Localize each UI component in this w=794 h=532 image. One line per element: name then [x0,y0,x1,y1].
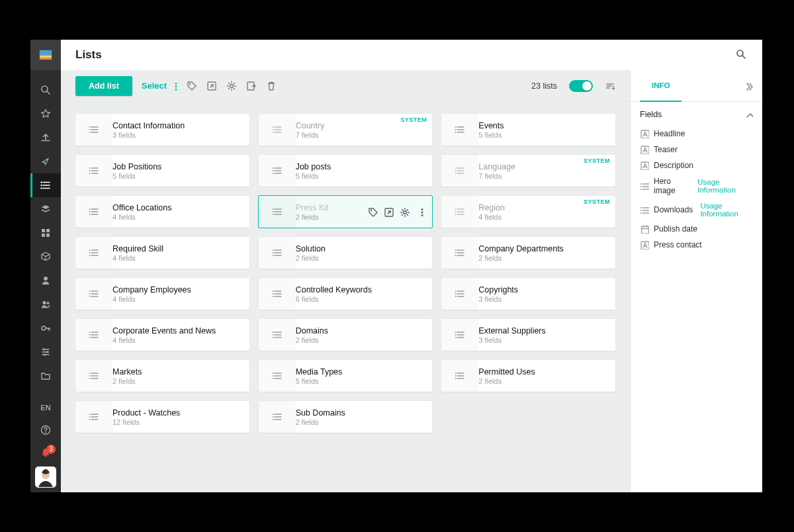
field-label: Headline [654,129,685,138]
nav-layers[interactable] [30,197,61,221]
tab-info[interactable]: INFO [640,70,682,102]
nav-settings[interactable] [30,340,61,364]
view-toggle[interactable] [569,80,593,92]
header-search-icon[interactable] [736,49,748,61]
card-subtitle: 4 fields [478,213,505,221]
card-tag-icon[interactable] [367,206,378,217]
card-subtitle: 2 fields [478,377,535,385]
list-card[interactable]: Domains2 fields [259,319,433,351]
card-title: External Suppliers [478,326,545,335]
card-gear-icon[interactable] [399,206,410,217]
list-card[interactable]: Language7 fieldsSYSTEM [441,155,615,187]
list-card[interactable]: Company Employees4 fields [75,278,249,310]
card-title: Required Skill [112,244,163,253]
list-card[interactable]: Controlled Keywords6 fields [259,278,433,310]
list-icon [441,278,478,310]
list-card[interactable]: Product - Watches12 fields [75,401,249,433]
nav-help[interactable] [30,418,61,442]
card-subtitle: 3 fields [112,131,185,139]
content: Add list Select 23 lists C [61,70,630,492]
nav-grid[interactable] [30,221,61,245]
toolbar-open-icon[interactable] [206,81,217,91]
list-card[interactable]: Corporate Events and News4 fields [75,319,249,351]
list-icon [259,319,296,351]
list-card[interactable]: External Suppliers3 fields [441,319,615,351]
add-list-button[interactable]: Add list [75,76,132,96]
list-icon [259,114,296,146]
list-card[interactable]: Company Departments2 fields [441,237,615,269]
nav-notifications[interactable]: 3 [30,442,61,463]
app-logo[interactable] [30,40,61,70]
field-row: Press contact [636,237,757,253]
list-card[interactable]: Markets2 fields [75,360,249,392]
toolbar-trash-icon[interactable] [266,81,277,91]
list-icon [75,237,112,269]
list-card[interactable]: Job Positions5 fields [75,155,249,187]
list-card[interactable]: Country7 fieldsSYSTEM [259,114,433,146]
card-subtitle: 2 fields [296,254,326,262]
card-title: Press Kit [296,203,329,212]
list-card[interactable]: Required Skill4 fields [75,237,249,269]
nav-upload[interactable] [30,126,61,150]
list-card[interactable]: Press Kit2 fields [259,196,433,228]
list-card[interactable]: Permitted Uses2 fields [441,360,615,392]
card-subtitle: 3 fields [478,295,518,303]
card-title: Media Types [296,367,343,377]
nav-share[interactable] [30,150,61,173]
nav-folder[interactable] [30,364,61,388]
card-more-icon[interactable] [415,206,425,217]
avatar[interactable] [36,467,56,487]
usage-link[interactable]: Usage Information [697,178,753,194]
card-title: Company Employees [112,285,191,294]
field-label: Teaser [654,145,678,154]
list-card[interactable]: Events5 fields [441,114,615,146]
collapse-panel-icon[interactable] [744,81,753,91]
card-title: Corporate Events and News [112,326,216,335]
fields-section-header[interactable]: Fields [631,102,762,123]
usage-link[interactable]: Usage Information [700,202,753,218]
list-icon [441,237,478,269]
system-tag: SYSTEM [584,199,610,205]
info-tabs: INFO [631,70,762,102]
list-card[interactable]: Copyrights3 fields [441,278,615,310]
card-title: Markets [112,367,142,377]
list-card[interactable]: Region4 fieldsSYSTEM [441,196,615,228]
list-icon [259,360,296,392]
select-button[interactable]: Select [142,81,177,91]
list-card[interactable]: Media Types5 fields [259,360,433,392]
list-card[interactable]: Solution2 fields [259,237,433,269]
toolbar-tag-icon[interactable] [187,81,197,91]
nav-search[interactable] [30,78,61,102]
nav-favorites[interactable] [30,102,61,126]
select-label: Select [142,81,167,91]
card-subtitle: 2 fields [296,418,345,426]
list-icon [441,360,478,392]
toolbar-gear-icon[interactable] [226,81,237,91]
nav-user[interactable] [30,269,61,292]
list-icon [259,155,296,187]
list-icon [441,155,478,187]
header: Lists [61,40,762,70]
field-label: Publish date [654,224,697,234]
nav-packages[interactable] [30,245,61,269]
card-open-icon[interactable] [383,206,394,217]
sort-icon[interactable] [605,81,615,91]
nav-users[interactable] [30,292,61,316]
language-switch[interactable]: EN [30,397,61,418]
nav-lists[interactable] [30,173,61,197]
field-row: Publish date [636,221,757,237]
card-subtitle: 4 fields [112,213,171,221]
list-card[interactable]: Job posts5 fields [259,155,433,187]
toolbar-export-icon[interactable] [246,81,257,91]
nav-keys[interactable] [30,316,61,340]
card-subtitle: 3 fields [478,336,545,344]
fields-list: HeadlineTeaserDescriptionHero imageUsage… [631,123,762,262]
card-title: Job posts [296,162,331,171]
field-row: Hero imageUsage Information [636,173,757,199]
list-card[interactable]: Office Locations4 fields [75,196,249,228]
text-field-icon [640,129,649,138]
list-card[interactable]: Contact Information3 fields [75,114,249,146]
card-subtitle: 5 fields [112,172,161,180]
list-icon [259,278,296,310]
list-card[interactable]: Sub Domains2 fields [259,401,433,433]
